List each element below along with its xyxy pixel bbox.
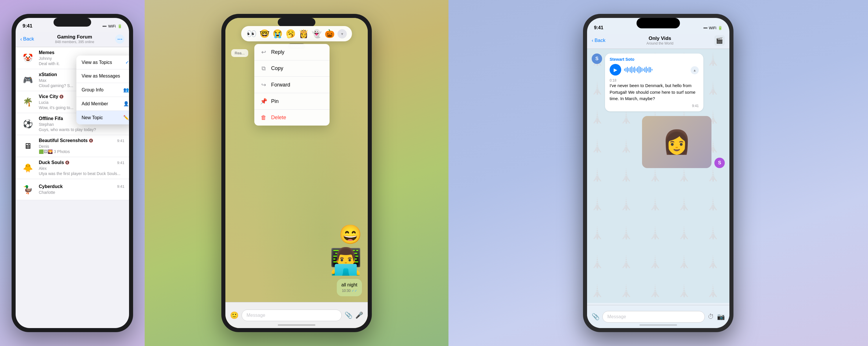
- emoji-princess[interactable]: 👸: [299, 29, 309, 38]
- signal-icon: ▪▪▪: [102, 24, 106, 28]
- back-label-1: Back: [23, 36, 34, 42]
- mute-icon: 🔇: [89, 138, 93, 143]
- status-icons-1: ▪▪▪ WiFi 🔋: [102, 24, 122, 28]
- emoji-ghost[interactable]: 👻: [312, 29, 322, 38]
- clock-icon[interactable]: ⏱: [708, 313, 714, 320]
- context-item-forward[interactable]: ↪ Forward: [254, 77, 330, 93]
- chat-preview: Utya was the first player to beat Duck S…: [39, 171, 124, 176]
- emoji-eyes[interactable]: 👀: [247, 29, 257, 38]
- waveform-bar: [644, 67, 645, 72]
- emoji-nerd[interactable]: 🤓: [259, 29, 270, 38]
- waveform-bar: [627, 67, 628, 73]
- emoji-reaction-bar: 👀 🤓 😭 🥱 👸 👻 🎃 ▾: [241, 26, 352, 41]
- emoji-sticker: 😄: [339, 225, 362, 244]
- new-topic-icon: ✏️: [123, 115, 129, 120]
- back-button-1[interactable]: ‹ Back: [20, 36, 34, 42]
- channel-icon[interactable]: 🎬: [714, 35, 725, 46]
- camera-icon[interactable]: 📷: [717, 313, 725, 320]
- screen-3: 9:41 ▪▪▪ WiFi 🔋 ‹ Back Only Vids Around …: [587, 18, 730, 328]
- list-item[interactable]: 🐥 Duck Souls 🔇 9:41 Alex Utya was the fi…: [16, 157, 129, 179]
- avatar: 🤡: [20, 51, 35, 66]
- home-indicator-2: [278, 324, 315, 326]
- emoji-pumpkin[interactable]: 🎃: [324, 29, 335, 38]
- avatar: ⚽: [20, 117, 35, 132]
- waveform-bar: [633, 67, 633, 72]
- pin-icon: 📌: [260, 98, 267, 105]
- dropdown-item-view-messages[interactable]: View as Messages: [76, 69, 129, 83]
- back-button-3[interactable]: ‹ Back: [592, 38, 605, 43]
- context-menu: ↩ Reply ⧉ Copy ↪ Forward 📌 Pin: [254, 44, 330, 126]
- dropdown-item-view-topics[interactable]: View as Topics ✓: [76, 56, 129, 69]
- waveform-bar: [630, 67, 631, 72]
- mute-icon: 🔇: [59, 95, 64, 99]
- phone-1: 9:41 ▪▪▪ WiFi 🔋 ‹ Back Gaming Forum 848 …: [11, 14, 133, 332]
- collapse-button[interactable]: ▲: [691, 66, 699, 74]
- chat-time: 9:41: [117, 161, 124, 165]
- chat-time: 9:41: [117, 184, 124, 189]
- emoji-expand-button[interactable]: ▾: [338, 29, 347, 38]
- context-item-copy[interactable]: ⧉ Copy: [254, 60, 330, 77]
- chat-name: Vice City 🔇: [39, 94, 64, 99]
- message-row: S Stewart Soto ▶: [592, 54, 725, 112]
- smiley-icon[interactable]: 🙂: [230, 311, 239, 319]
- waveform-bar: [631, 66, 632, 73]
- audio-duration: 0:18: [610, 78, 699, 83]
- sender-name: Stewart Soto: [610, 57, 699, 62]
- waveform-bar: [625, 68, 626, 72]
- message-bubble: all night 10:30 ✓✓: [337, 279, 362, 296]
- chat-name: Memes: [39, 50, 54, 55]
- context-label: Delete: [271, 115, 286, 121]
- back-chevron-3: ‹: [592, 38, 593, 43]
- phone-3: 9:41 ▪▪▪ WiFi 🔋 ‹ Back Only Vids Around …: [583, 14, 734, 332]
- message-text-3: I've never been to Denmark, but hello fr…: [610, 83, 699, 102]
- group-name: Gaming Forum: [55, 34, 94, 40]
- list-item[interactable]: 🖥 Beautiful Screenshots 🔇 9:41 Denis 🟩🖼🌄…: [16, 135, 129, 157]
- back-label-3: Back: [595, 38, 606, 43]
- chat-top: Beautiful Screenshots 🔇 9:41: [39, 138, 124, 143]
- chat-content: Duck Souls 🔇 9:41 Alex Utya was the firs…: [39, 160, 124, 176]
- waveform-bar: [643, 69, 644, 71]
- dropdown-menu: View as Topics ✓ View as Messages Group …: [76, 56, 129, 124]
- messages-area: 😄 👨‍💻 all night 10:30 ✓✓: [225, 219, 368, 302]
- context-item-delete[interactable]: 🗑 Delete: [254, 109, 330, 126]
- chat-content: Cyberduck 9:41 Charlotte: [39, 184, 124, 195]
- check-icon: ✓: [125, 60, 129, 65]
- read-receipts-bar: Rea...: [231, 49, 248, 57]
- channel-subtitle: Around the World: [646, 41, 673, 45]
- mic-icon[interactable]: 🎤: [355, 312, 363, 319]
- context-item-pin[interactable]: 📌 Pin: [254, 93, 330, 109]
- waveform-bar: [640, 67, 641, 73]
- waveform-bar: [652, 69, 652, 71]
- chat-top: Cyberduck 9:41: [39, 184, 124, 189]
- more-button-1[interactable]: ⋯: [115, 34, 124, 44]
- attach-icon-3[interactable]: 📎: [592, 313, 599, 320]
- chat-preview: 🟩🖼🌄 3 Photos: [39, 149, 124, 154]
- screen-2: 👀 🤓 😭 🥱 👸 👻 🎃 ▾ TODAY Rea... ↩: [225, 18, 368, 328]
- dropdown-label: New Topic: [82, 115, 103, 120]
- dropdown-label: Add Member: [82, 101, 108, 106]
- attach-icon[interactable]: 📎: [345, 312, 352, 319]
- emoji-sleepy[interactable]: 🥱: [286, 29, 296, 38]
- status-time-3: 9:41: [594, 25, 603, 30]
- waveform-bar: [642, 68, 642, 72]
- input-placeholder-3: Message: [607, 314, 626, 319]
- list-item[interactable]: 🦆 Cyberduck 9:41 Charlotte: [16, 179, 129, 200]
- message-input-2[interactable]: Message: [242, 310, 342, 321]
- chat-area-3: S Stewart Soto ▶: [587, 49, 730, 303]
- context-item-reply[interactable]: ↩ Reply: [254, 44, 330, 60]
- waveform-bar: [624, 69, 625, 71]
- panel-3: 9:41 ▪▪▪ WiFi 🔋 ‹ Back Only Vids Around …: [448, 0, 868, 346]
- photo-content: 👩: [642, 116, 711, 168]
- screen-1: 9:41 ▪▪▪ WiFi 🔋 ‹ Back Gaming Forum 848 …: [16, 18, 129, 328]
- wifi-icon-3: WiFi: [709, 26, 716, 30]
- dropdown-item-group-info[interactable]: Group Info 👥: [76, 83, 129, 97]
- message-input-3[interactable]: Message: [602, 311, 705, 322]
- nav-bar-3: ‹ Back Only Vids Around the World 🎬: [587, 34, 730, 49]
- dropdown-item-new-topic[interactable]: New Topic ✏️: [76, 111, 129, 124]
- emoji-cry[interactable]: 😭: [273, 29, 283, 38]
- dropdown-item-add-member[interactable]: Add Member 👤: [76, 97, 129, 111]
- input-placeholder-2: Message: [247, 313, 265, 318]
- play-button[interactable]: ▶: [610, 64, 621, 75]
- chat-background: 👀 🤓 😭 🥱 👸 👻 🎃 ▾ TODAY Rea... ↩: [225, 18, 368, 328]
- chat-sender: Alex: [39, 166, 124, 171]
